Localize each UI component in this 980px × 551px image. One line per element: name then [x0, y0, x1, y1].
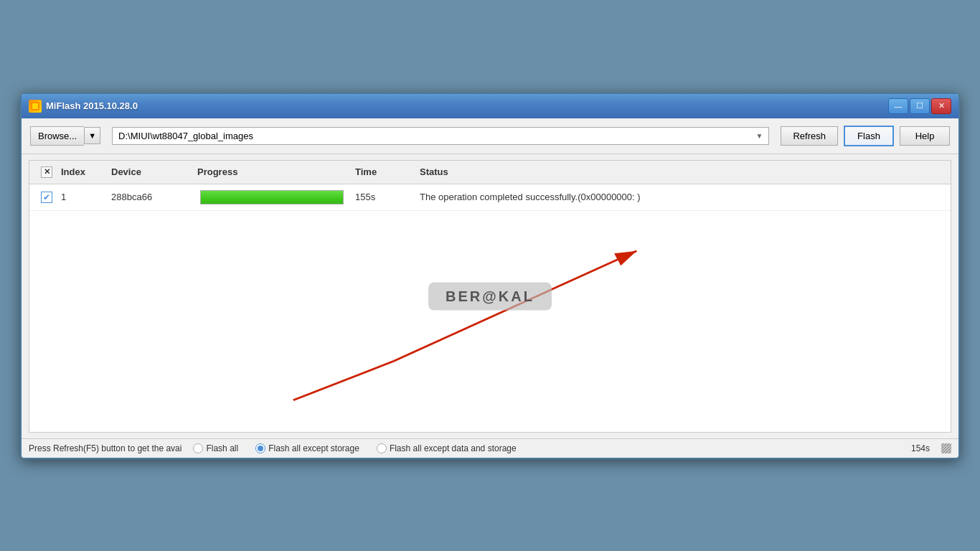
select-all-checkbox[interactable]: ✕ [41, 166, 52, 178]
maximize-button[interactable]: ☐ [910, 98, 930, 114]
browse-group: Browse... ▼ [30, 126, 100, 146]
flash-all-except-storage-label: Flash all except storage [268, 443, 359, 453]
flash-all-except-data-radio[interactable] [377, 443, 387, 453]
table-header: ✕ Index Device Progress Time Status [29, 161, 951, 184]
row-progress [192, 189, 349, 206]
row-device: 288bca66 [105, 190, 192, 204]
flash-all-label: Flash all [206, 443, 238, 453]
header-progress: Progress [192, 165, 349, 179]
status-bar: Press Refresh(F5) button to get the avai… [22, 438, 958, 458]
minimize-button[interactable]: — [888, 98, 908, 114]
svg-rect-1 [32, 103, 38, 109]
title-bar-left: MiFlash 2015.10.28.0 [29, 100, 138, 113]
row-index: 1 [55, 190, 105, 204]
flash-all-except-storage-radio[interactable] [255, 443, 265, 453]
path-dropdown-icon[interactable]: ▼ [756, 132, 763, 140]
close-button[interactable]: ✕ [931, 98, 951, 114]
header-device: Device [105, 165, 192, 179]
status-hint-text: Press Refresh(F5) button to get the avai [29, 443, 182, 453]
row-checkbox-cell: ✔ [29, 190, 55, 204]
flash-all-radio[interactable] [193, 443, 203, 453]
device-table: ✕ Index Device Progress Time Status ✔ 1 … [29, 160, 951, 433]
app-icon [29, 100, 42, 113]
browse-button[interactable]: Browse... [30, 126, 84, 146]
row-status: The operation completed successfully.(0x… [414, 190, 951, 204]
flash-button[interactable]: Flash [844, 126, 894, 146]
browse-dropdown-button[interactable]: ▼ [84, 127, 100, 144]
header-checkbox: ✕ [29, 165, 55, 179]
path-field[interactable]: D:\MIUI\wt88047_global_images ▼ [112, 127, 769, 145]
table-row: ✔ 1 288bca66 155s The operation complete… [29, 184, 951, 211]
radio-dot [258, 446, 263, 451]
flash-all-option[interactable]: Flash all [193, 443, 238, 453]
window-controls: — ☐ ✕ [888, 98, 951, 114]
row-time: 155s [349, 190, 414, 204]
refresh-button[interactable]: Refresh [781, 126, 838, 146]
toolbar: Browse... ▼ D:\MIUI\wt88047_global_image… [22, 118, 958, 154]
application-window: MiFlash 2015.10.28.0 — ☐ ✕ Browse... ▼ D… [20, 93, 960, 459]
path-text: D:\MIUI\wt88047_global_images [118, 131, 750, 141]
main-content: ✕ Index Device Progress Time Status ✔ 1 … [22, 160, 958, 433]
progress-bar-fill [201, 191, 343, 204]
header-time: Time [349, 165, 414, 179]
help-button[interactable]: Help [900, 126, 950, 146]
progress-bar-container [200, 190, 344, 204]
row-checkbox[interactable]: ✔ [41, 192, 52, 203]
flash-all-except-data-option[interactable]: Flash all except data and storage [377, 443, 517, 453]
header-index: Index [55, 165, 105, 179]
flash-all-except-data-label: Flash all except data and storage [390, 443, 517, 453]
title-bar: MiFlash 2015.10.28.0 — ☐ ✕ [22, 94, 958, 118]
elapsed-time: 154s [911, 443, 930, 453]
flash-all-except-storage-option[interactable]: Flash all except storage [255, 443, 359, 453]
resize-handle[interactable] [941, 443, 951, 453]
header-status: Status [414, 165, 951, 179]
window-title: MiFlash 2015.10.28.0 [46, 100, 138, 111]
